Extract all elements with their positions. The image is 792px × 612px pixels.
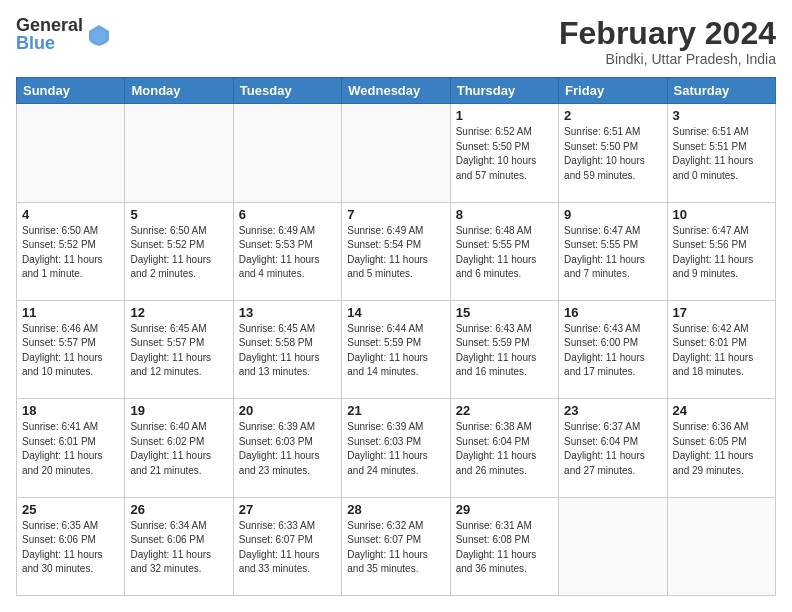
day-info: Sunrise: 6:43 AM Sunset: 5:59 PM Dayligh… [456,322,553,380]
calendar-day-cell: 7Sunrise: 6:49 AM Sunset: 5:54 PM Daylig… [342,202,450,300]
calendar-day-cell: 29Sunrise: 6:31 AM Sunset: 6:08 PM Dayli… [450,497,558,595]
calendar-header-cell: Tuesday [233,78,341,104]
day-info: Sunrise: 6:39 AM Sunset: 6:03 PM Dayligh… [239,420,336,478]
calendar-day-cell [559,497,667,595]
day-info: Sunrise: 6:47 AM Sunset: 5:55 PM Dayligh… [564,224,661,282]
calendar-day-cell: 19Sunrise: 6:40 AM Sunset: 6:02 PM Dayli… [125,399,233,497]
day-info: Sunrise: 6:51 AM Sunset: 5:51 PM Dayligh… [673,125,770,183]
calendar-header-cell: Friday [559,78,667,104]
day-number: 15 [456,305,553,320]
calendar-day-cell: 21Sunrise: 6:39 AM Sunset: 6:03 PM Dayli… [342,399,450,497]
calendar-day-cell: 14Sunrise: 6:44 AM Sunset: 5:59 PM Dayli… [342,300,450,398]
day-number: 28 [347,502,444,517]
day-number: 6 [239,207,336,222]
month-title: February 2024 [559,16,776,51]
day-info: Sunrise: 6:50 AM Sunset: 5:52 PM Dayligh… [22,224,119,282]
day-info: Sunrise: 6:35 AM Sunset: 6:06 PM Dayligh… [22,519,119,577]
calendar-day-cell: 11Sunrise: 6:46 AM Sunset: 5:57 PM Dayli… [17,300,125,398]
day-info: Sunrise: 6:31 AM Sunset: 6:08 PM Dayligh… [456,519,553,577]
day-number: 24 [673,403,770,418]
day-info: Sunrise: 6:50 AM Sunset: 5:52 PM Dayligh… [130,224,227,282]
logo: General Blue [16,16,111,52]
day-number: 18 [22,403,119,418]
day-info: Sunrise: 6:32 AM Sunset: 6:07 PM Dayligh… [347,519,444,577]
calendar-header-cell: Wednesday [342,78,450,104]
calendar-day-cell: 24Sunrise: 6:36 AM Sunset: 6:05 PM Dayli… [667,399,775,497]
day-number: 14 [347,305,444,320]
day-number: 12 [130,305,227,320]
day-info: Sunrise: 6:33 AM Sunset: 6:07 PM Dayligh… [239,519,336,577]
day-info: Sunrise: 6:42 AM Sunset: 6:01 PM Dayligh… [673,322,770,380]
calendar-header-row: SundayMondayTuesdayWednesdayThursdayFrid… [17,78,776,104]
day-number: 23 [564,403,661,418]
day-info: Sunrise: 6:44 AM Sunset: 5:59 PM Dayligh… [347,322,444,380]
calendar-day-cell: 2Sunrise: 6:51 AM Sunset: 5:50 PM Daylig… [559,104,667,202]
day-number: 19 [130,403,227,418]
day-number: 29 [456,502,553,517]
day-info: Sunrise: 6:46 AM Sunset: 5:57 PM Dayligh… [22,322,119,380]
day-number: 16 [564,305,661,320]
day-info: Sunrise: 6:41 AM Sunset: 6:01 PM Dayligh… [22,420,119,478]
calendar-day-cell: 5Sunrise: 6:50 AM Sunset: 5:52 PM Daylig… [125,202,233,300]
day-info: Sunrise: 6:45 AM Sunset: 5:58 PM Dayligh… [239,322,336,380]
calendar-day-cell [17,104,125,202]
day-number: 9 [564,207,661,222]
day-info: Sunrise: 6:40 AM Sunset: 6:02 PM Dayligh… [130,420,227,478]
day-number: 13 [239,305,336,320]
day-info: Sunrise: 6:47 AM Sunset: 5:56 PM Dayligh… [673,224,770,282]
calendar-day-cell: 9Sunrise: 6:47 AM Sunset: 5:55 PM Daylig… [559,202,667,300]
day-info: Sunrise: 6:43 AM Sunset: 6:00 PM Dayligh… [564,322,661,380]
calendar-day-cell: 15Sunrise: 6:43 AM Sunset: 5:59 PM Dayli… [450,300,558,398]
day-number: 2 [564,108,661,123]
calendar-day-cell: 25Sunrise: 6:35 AM Sunset: 6:06 PM Dayli… [17,497,125,595]
calendar-day-cell: 12Sunrise: 6:45 AM Sunset: 5:57 PM Dayli… [125,300,233,398]
day-number: 11 [22,305,119,320]
calendar-day-cell: 26Sunrise: 6:34 AM Sunset: 6:06 PM Dayli… [125,497,233,595]
calendar-day-cell: 13Sunrise: 6:45 AM Sunset: 5:58 PM Dayli… [233,300,341,398]
day-info: Sunrise: 6:39 AM Sunset: 6:03 PM Dayligh… [347,420,444,478]
calendar-week-row: 18Sunrise: 6:41 AM Sunset: 6:01 PM Dayli… [17,399,776,497]
calendar-day-cell: 6Sunrise: 6:49 AM Sunset: 5:53 PM Daylig… [233,202,341,300]
calendar-day-cell: 16Sunrise: 6:43 AM Sunset: 6:00 PM Dayli… [559,300,667,398]
calendar-body: 1Sunrise: 6:52 AM Sunset: 5:50 PM Daylig… [17,104,776,596]
calendar-day-cell: 18Sunrise: 6:41 AM Sunset: 6:01 PM Dayli… [17,399,125,497]
day-number: 8 [456,207,553,222]
day-number: 5 [130,207,227,222]
calendar-header-cell: Monday [125,78,233,104]
logo-blue: Blue [16,34,83,52]
calendar-day-cell [125,104,233,202]
day-info: Sunrise: 6:45 AM Sunset: 5:57 PM Dayligh… [130,322,227,380]
calendar-day-cell: 8Sunrise: 6:48 AM Sunset: 5:55 PM Daylig… [450,202,558,300]
day-number: 17 [673,305,770,320]
logo-text: General Blue [16,16,83,52]
day-number: 1 [456,108,553,123]
calendar-day-cell: 22Sunrise: 6:38 AM Sunset: 6:04 PM Dayli… [450,399,558,497]
calendar-day-cell [667,497,775,595]
calendar-day-cell [233,104,341,202]
day-number: 26 [130,502,227,517]
calendar-day-cell: 17Sunrise: 6:42 AM Sunset: 6:01 PM Dayli… [667,300,775,398]
calendar-day-cell: 1Sunrise: 6:52 AM Sunset: 5:50 PM Daylig… [450,104,558,202]
day-info: Sunrise: 6:49 AM Sunset: 5:54 PM Dayligh… [347,224,444,282]
calendar-day-cell: 27Sunrise: 6:33 AM Sunset: 6:07 PM Dayli… [233,497,341,595]
calendar-day-cell: 10Sunrise: 6:47 AM Sunset: 5:56 PM Dayli… [667,202,775,300]
day-number: 4 [22,207,119,222]
calendar-day-cell: 4Sunrise: 6:50 AM Sunset: 5:52 PM Daylig… [17,202,125,300]
day-number: 22 [456,403,553,418]
day-info: Sunrise: 6:36 AM Sunset: 6:05 PM Dayligh… [673,420,770,478]
calendar-day-cell: 3Sunrise: 6:51 AM Sunset: 5:51 PM Daylig… [667,104,775,202]
calendar-header-cell: Sunday [17,78,125,104]
logo-icon [87,23,111,47]
day-info: Sunrise: 6:51 AM Sunset: 5:50 PM Dayligh… [564,125,661,183]
title-area: February 2024 Bindki, Uttar Pradesh, Ind… [559,16,776,67]
day-info: Sunrise: 6:34 AM Sunset: 6:06 PM Dayligh… [130,519,227,577]
header: General Blue February 2024 Bindki, Uttar… [16,16,776,67]
calendar-week-row: 4Sunrise: 6:50 AM Sunset: 5:52 PM Daylig… [17,202,776,300]
day-number: 21 [347,403,444,418]
day-info: Sunrise: 6:49 AM Sunset: 5:53 PM Dayligh… [239,224,336,282]
calendar-day-cell: 28Sunrise: 6:32 AM Sunset: 6:07 PM Dayli… [342,497,450,595]
location-subtitle: Bindki, Uttar Pradesh, India [559,51,776,67]
day-info: Sunrise: 6:37 AM Sunset: 6:04 PM Dayligh… [564,420,661,478]
calendar-week-row: 25Sunrise: 6:35 AM Sunset: 6:06 PM Dayli… [17,497,776,595]
day-info: Sunrise: 6:38 AM Sunset: 6:04 PM Dayligh… [456,420,553,478]
